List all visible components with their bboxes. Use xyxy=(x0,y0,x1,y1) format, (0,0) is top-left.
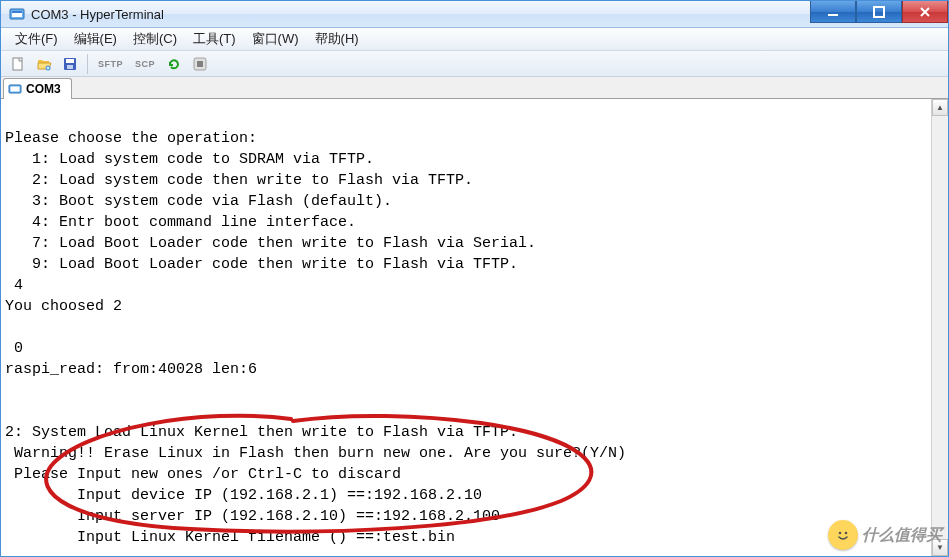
app-icon xyxy=(9,6,25,22)
new-file-button[interactable] xyxy=(7,53,29,75)
maximize-button[interactable] xyxy=(856,1,902,23)
new-file-icon xyxy=(10,56,26,72)
toolbar: SFTP SCP xyxy=(1,51,948,77)
menu-help[interactable]: 帮助(H) xyxy=(307,28,367,50)
tabbar: COM3 xyxy=(1,77,948,99)
scp-button[interactable]: SCP xyxy=(131,53,159,75)
window-controls xyxy=(810,1,948,27)
close-button[interactable] xyxy=(902,1,948,23)
svg-rect-3 xyxy=(828,14,838,16)
terminal-wrap: Please choose the operation: 1: Load sys… xyxy=(1,99,948,556)
sftp-button[interactable]: SFTP xyxy=(94,53,127,75)
watermark-text: 什么值得买 xyxy=(862,525,942,546)
save-button[interactable] xyxy=(59,53,81,75)
watermark: 什么值得买 xyxy=(828,520,942,550)
svg-rect-2 xyxy=(12,11,22,13)
menubar: 文件(F) 编辑(E) 控制(C) 工具(T) 窗口(W) 帮助(H) xyxy=(1,28,948,51)
vertical-scrollbar[interactable]: ▲ ▼ xyxy=(931,99,948,556)
scroll-up-button[interactable]: ▲ xyxy=(932,99,948,116)
open-file-button[interactable] xyxy=(33,53,55,75)
scroll-track[interactable] xyxy=(932,116,948,539)
stop-icon xyxy=(192,56,208,72)
stop-button[interactable] xyxy=(189,53,211,75)
folder-open-icon xyxy=(36,56,52,72)
refresh-button[interactable] xyxy=(163,53,185,75)
menu-edit[interactable]: 编辑(E) xyxy=(66,28,125,50)
titlebar: COM3 - HyperTerminal xyxy=(1,1,948,28)
minimize-button[interactable] xyxy=(810,1,856,23)
svg-rect-5 xyxy=(13,58,22,70)
svg-rect-8 xyxy=(66,59,74,63)
toolbar-separator xyxy=(87,54,88,74)
app-window: COM3 - HyperTerminal 文件(F) 编辑(E) 控制(C) 工… xyxy=(0,0,949,557)
svg-rect-13 xyxy=(11,87,20,92)
menu-window[interactable]: 窗口(W) xyxy=(244,28,307,50)
svg-rect-9 xyxy=(67,65,73,69)
save-icon xyxy=(62,56,78,72)
menu-tools[interactable]: 工具(T) xyxy=(185,28,244,50)
svg-rect-4 xyxy=(874,7,884,17)
tab-label: COM3 xyxy=(26,82,61,96)
svg-rect-11 xyxy=(197,61,203,67)
svg-point-14 xyxy=(839,532,842,535)
menu-control[interactable]: 控制(C) xyxy=(125,28,185,50)
window-title: COM3 - HyperTerminal xyxy=(31,7,810,22)
refresh-icon xyxy=(166,56,182,72)
session-icon xyxy=(8,82,22,96)
terminal-output[interactable]: Please choose the operation: 1: Load sys… xyxy=(1,99,931,556)
svg-point-15 xyxy=(845,532,848,535)
watermark-icon xyxy=(828,520,858,550)
session-tab[interactable]: COM3 xyxy=(3,78,72,99)
menu-file[interactable]: 文件(F) xyxy=(7,28,66,50)
